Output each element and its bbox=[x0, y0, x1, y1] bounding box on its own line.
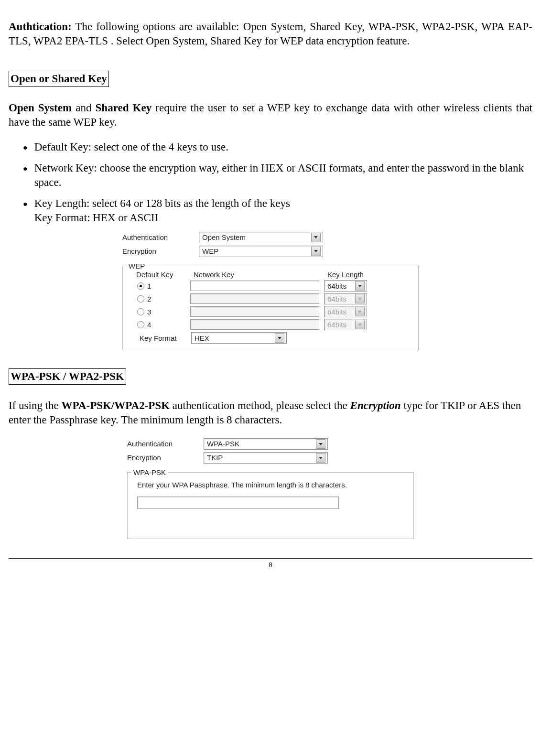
bullet-icon: ● bbox=[23, 199, 28, 209]
wpa-legend: WPA-PSK bbox=[131, 468, 168, 477]
chevron-down-icon bbox=[316, 453, 325, 463]
enc-label-2: Encryption bbox=[127, 453, 204, 463]
intro-label: Authtication: bbox=[9, 21, 72, 32]
default-key-radio-3[interactable] bbox=[137, 308, 144, 315]
page-number: 8 bbox=[9, 561, 532, 570]
default-key-radio-2[interactable] bbox=[137, 295, 144, 302]
chevron-down-icon bbox=[355, 320, 365, 329]
key-length-select-4: 64bits bbox=[324, 319, 367, 330]
enc-select[interactable]: WEP bbox=[199, 246, 323, 257]
chevron-down-icon bbox=[311, 247, 321, 256]
wep-legend: WEP bbox=[127, 261, 147, 271]
enc-label: Encryption bbox=[122, 247, 199, 256]
key-length-select-2: 64bits bbox=[324, 293, 367, 304]
key-format-select[interactable]: HEX bbox=[191, 332, 287, 344]
chevron-down-icon bbox=[316, 439, 325, 449]
default-key-radio-1[interactable] bbox=[137, 282, 144, 290]
wep-config-panel: Authentication Open System Encryption WE… bbox=[122, 232, 419, 351]
hdr-key-length: Key Length bbox=[327, 270, 380, 280]
wep-key-row: 2 64bits bbox=[128, 293, 413, 304]
wep-key-row: 1 64bits bbox=[128, 280, 413, 292]
section-open-shared-title: Open or Shared Key bbox=[9, 71, 109, 87]
wpa-fieldset: WPA-PSK Enter your WPA Passphrase. The m… bbox=[127, 472, 414, 539]
key-format-label: Key Format bbox=[140, 334, 191, 343]
auth-select[interactable]: Open System bbox=[199, 232, 323, 243]
chevron-down-icon bbox=[355, 307, 365, 316]
bullet-list: ● Default Key: select one of the 4 keys … bbox=[9, 140, 532, 225]
wep-fieldset: WEP Default Key Network Key Key Length 1… bbox=[122, 266, 419, 351]
intro-paragraph: Authtication: The following options are … bbox=[9, 20, 532, 48]
bullet-subtext: Key Format: HEX or ASCII bbox=[34, 211, 532, 225]
hdr-default-key: Default Key bbox=[128, 270, 194, 280]
list-item: ● Key Length: select 64 or 128 bits as t… bbox=[9, 196, 532, 225]
section1-bold2: Shared Key bbox=[96, 102, 152, 114]
chevron-down-icon bbox=[355, 294, 365, 303]
bullet-icon: ● bbox=[23, 164, 28, 174]
list-item: ● Default Key: select one of the 4 keys … bbox=[9, 140, 532, 154]
wpa-config-panel: Authentication WPA-PSK Encryption TKIP W… bbox=[127, 438, 414, 539]
wpa-instruction: Enter your WPA Passphrase. The minimum l… bbox=[137, 480, 404, 490]
default-key-radio-4[interactable] bbox=[137, 321, 144, 328]
auth-label-2: Authentication bbox=[127, 439, 204, 449]
key-length-select-1[interactable]: 64bits bbox=[324, 280, 367, 292]
network-key-input-2[interactable] bbox=[190, 293, 319, 304]
section2-paragraph: If using the WPA-PSK/WPA2-PSK authentica… bbox=[9, 399, 532, 427]
passphrase-input[interactable] bbox=[137, 497, 339, 509]
chevron-down-icon bbox=[311, 233, 321, 242]
section-wpa-title: WPA-PSK / WPA2-PSK bbox=[9, 368, 126, 385]
section1-bold1: Open System bbox=[9, 102, 72, 114]
wep-key-row: 3 64bits bbox=[128, 306, 413, 317]
list-item: ● Network Key: choose the encryption way… bbox=[9, 161, 532, 190]
chevron-down-icon bbox=[355, 281, 365, 291]
bullet-text: Network Key: choose the encryption way, … bbox=[34, 161, 532, 190]
intro-text: The following options are available: Ope… bbox=[9, 21, 532, 47]
network-key-input-4[interactable] bbox=[190, 319, 319, 330]
footer-divider bbox=[9, 558, 532, 559]
bullet-icon: ● bbox=[23, 143, 28, 153]
key-length-select-3: 64bits bbox=[324, 306, 367, 317]
chevron-down-icon bbox=[275, 333, 284, 343]
bullet-text: Default Key: select one of the 4 keys to… bbox=[34, 140, 532, 154]
hdr-network-key: Network Key bbox=[194, 270, 327, 280]
bullet-text: Key Length: select 64 or 128 bits as the… bbox=[34, 197, 290, 209]
network-key-input-1[interactable] bbox=[190, 281, 319, 291]
network-key-input-3[interactable] bbox=[190, 306, 319, 317]
enc-select-2[interactable]: TKIP bbox=[204, 452, 328, 464]
auth-label: Authentication bbox=[122, 233, 199, 242]
auth-select-2[interactable]: WPA-PSK bbox=[204, 438, 328, 450]
wep-key-row: 4 64bits bbox=[128, 319, 413, 330]
section1-paragraph: Open System and Shared Key require the u… bbox=[9, 101, 532, 130]
